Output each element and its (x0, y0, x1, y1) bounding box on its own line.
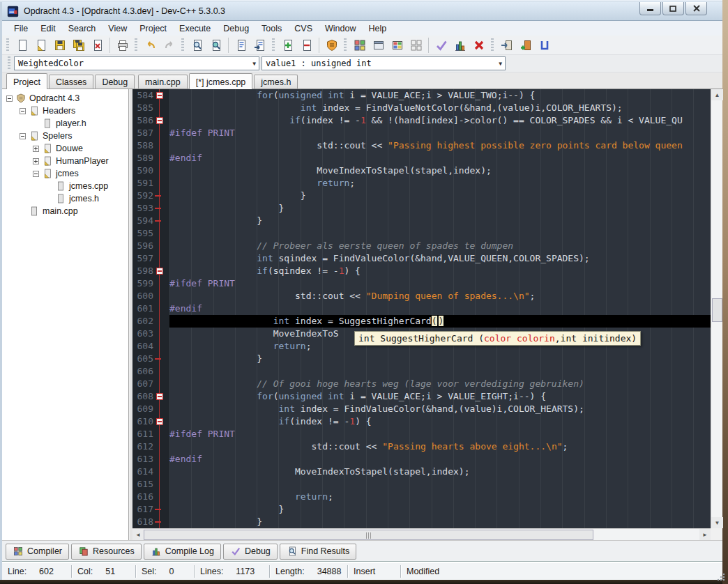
code-line-593[interactable]: 593 } (132, 202, 711, 215)
code-line-617[interactable]: 617 } (132, 503, 711, 516)
bottom-tab-debug[interactable]: Debug (223, 544, 278, 560)
bottom-tab-compiler[interactable]: Compiler (6, 544, 69, 560)
open-file-button[interactable] (31, 36, 50, 54)
code-line-613[interactable]: 613#endif (132, 453, 711, 466)
bottom-tab-find-results[interactable]: Find Results (280, 544, 356, 560)
restore-button[interactable] (662, 2, 684, 15)
code-line-611[interactable]: 611#ifdef PRINT (132, 428, 711, 440)
close-file-button[interactable] (88, 36, 107, 54)
code-line-584[interactable]: 584 for(unsigned int i = VALUE_ACE;i > V… (132, 89, 711, 102)
close-button[interactable] (685, 2, 707, 15)
menu-file[interactable]: File (8, 22, 34, 35)
tree-item-jcmes-cpp[interactable]: jcmes.cpp (2, 180, 128, 192)
code-line-610[interactable]: 610 if(index != -1) { (132, 415, 711, 428)
find-button[interactable] (188, 36, 206, 54)
code-line-609[interactable]: 609 int index = FindValueColor(&hand,(va… (132, 403, 711, 415)
new-file-button[interactable] (13, 36, 31, 54)
door-in-button[interactable] (497, 36, 516, 54)
code-line-607[interactable]: 607 // Of gooi hoge hearts weg (lage voo… (132, 378, 711, 390)
collapse-icon[interactable] (33, 171, 39, 177)
minimize-button[interactable] (639, 2, 661, 15)
bottom-tab-compile-log[interactable]: Compile Log (144, 544, 221, 560)
scroll-down-arrow[interactable]: ▼ (711, 517, 723, 528)
code-area[interactable]: 584 for(unsigned int i = VALUE_ACE;i > V… (132, 89, 711, 528)
editor-tab-jcmes-cpp[interactable]: [*] jcmes.cpp (189, 73, 253, 89)
code-line-615[interactable]: 615 (132, 478, 711, 491)
undo-button[interactable] (141, 36, 160, 54)
door-add-button[interactable] (516, 36, 535, 54)
menu-window[interactable]: Window (319, 22, 362, 35)
abort-button[interactable] (469, 36, 488, 54)
collapse-icon[interactable] (20, 133, 26, 139)
collapse-icon[interactable] (6, 95, 13, 102)
code-line-590[interactable]: 590 MoveIndexToStapel(stapel,index); (132, 164, 711, 177)
add-watch-button[interactable] (278, 36, 297, 54)
code-line-591[interactable]: 591 return; (132, 177, 711, 190)
titlebar[interactable]: Opdracht 4.3 - [Opdracht 4.3.dev] - Dev-… (2, 2, 722, 21)
code-line-601[interactable]: 601#endif (132, 302, 711, 315)
toolbar-grip[interactable] (181, 38, 184, 52)
editor-tab-jcmes-h[interactable]: jcmes.h (254, 75, 298, 89)
menu-search[interactable]: Search (62, 22, 103, 35)
save-button[interactable] (50, 36, 69, 54)
fold-collapse-icon[interactable] (156, 268, 163, 275)
vertical-scrollbar[interactable]: ▲ ▼ (711, 89, 722, 528)
tree-item-humanplayer[interactable]: HumanPlayer (2, 155, 128, 167)
print-button[interactable] (113, 36, 132, 54)
tree-item-player-h[interactable]: player.h (2, 117, 128, 130)
member-selector-combobox[interactable]: value1 : unsigned int ▼ (261, 56, 506, 70)
menu-edit[interactable]: Edit (34, 22, 62, 35)
toolbar-grip[interactable] (8, 56, 10, 70)
redo-button[interactable] (160, 36, 179, 54)
save-all-button[interactable] (69, 36, 88, 54)
tree-item-jcmes[interactable]: jcmes (2, 167, 128, 180)
tab-debug[interactable]: Debug (95, 75, 135, 89)
toolbar-grip[interactable] (491, 38, 494, 52)
compile-run-button[interactable] (388, 36, 407, 54)
class-selector-combobox[interactable]: WeightedColor ▼ (14, 56, 259, 70)
code-line-605[interactable]: 605 } (132, 353, 711, 365)
code-line-587[interactable]: 587#ifdef PRINT (132, 127, 711, 139)
tree-item-opdracht-4-3[interactable]: Opdracht 4.3 (2, 92, 128, 105)
tree-item-spelers[interactable]: Spelers (2, 130, 128, 142)
tab-classes[interactable]: Classes (49, 75, 93, 89)
code-line-616[interactable]: 616 return; (132, 491, 711, 503)
code-line-606[interactable]: 606 (132, 365, 711, 378)
toolbar-grip[interactable] (135, 38, 137, 52)
bookmark-button[interactable] (535, 36, 554, 54)
vertical-scroll-thumb[interactable] (712, 298, 722, 322)
code-line-599[interactable]: 599#ifdef PRINT (132, 277, 711, 290)
code-line-602[interactable]: 602 int index = SuggestHigherCard() (132, 315, 711, 328)
toolbar-grip[interactable] (6, 38, 9, 52)
collapse-icon[interactable] (20, 108, 26, 114)
code-line-597[interactable]: 597 int sqindex = FindValueColor(&hand,V… (132, 252, 711, 265)
code-line-598[interactable]: 598 if(sqindex != -1) { (132, 265, 711, 277)
tree-item-douwe[interactable]: Douwe (2, 142, 128, 155)
code-line-608[interactable]: 608 for(unsigned int i = VALUE_ACE;i > V… (132, 390, 711, 403)
fold-collapse-icon[interactable] (156, 117, 163, 124)
code-line-589[interactable]: 589#endif (132, 152, 711, 164)
remove-watch-button[interactable] (297, 36, 316, 54)
code-line-595[interactable]: 595 (132, 227, 711, 240)
goto-line-button[interactable] (250, 36, 269, 54)
menu-project[interactable]: Project (133, 22, 173, 35)
expand-icon[interactable] (33, 146, 39, 152)
code-line-594[interactable]: 594 } (132, 215, 711, 227)
goto-function-button[interactable] (232, 36, 250, 54)
code-line-600[interactable]: 600 std::cout << "Dumping queen of spade… (132, 290, 711, 302)
profile-shield-button[interactable] (322, 36, 341, 54)
menu-tools[interactable]: Tools (255, 22, 288, 35)
profile-chart-button[interactable] (450, 36, 469, 54)
code-line-588[interactable]: 588 std::cout << "Passing highest possib… (132, 139, 711, 152)
run-button[interactable] (369, 36, 388, 54)
horizontal-scroll-thumb[interactable] (144, 530, 593, 540)
menu-execute[interactable]: Execute (173, 22, 217, 35)
tab-project[interactable]: Project (6, 73, 47, 89)
scroll-up-arrow[interactable]: ▲ (711, 89, 723, 100)
toolbar-grip[interactable] (272, 38, 275, 52)
code-line-614[interactable]: 614 MoveIndexToStapel(stapel,index); (132, 466, 711, 478)
rebuild-button[interactable] (407, 36, 425, 54)
toolbar-grip[interactable] (344, 38, 347, 52)
code-line-618[interactable]: 618 } (132, 516, 711, 528)
code-line-612[interactable]: 612 std::cout << "Passing hearts above e… (132, 440, 711, 453)
